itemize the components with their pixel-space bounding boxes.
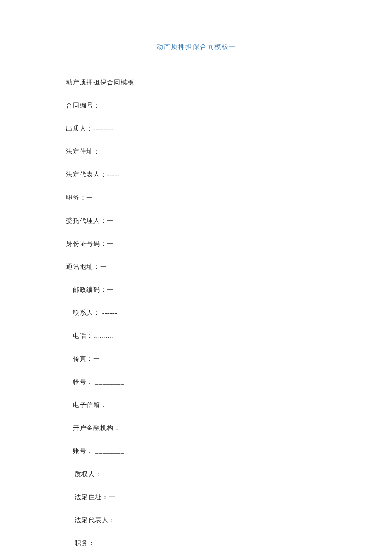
legal-representative2-field: 法定代表人：_ [66,515,326,525]
pledgee-field: 质权人： [66,469,326,479]
postal-code-field: 邮政编码：一 [66,285,326,295]
id-number-field: 身份证号码：一 [66,238,326,249]
document-page: 动产质押担保合同模板一 动产质押担保合同模板. 合同编号：一_ 出质人：----… [0,0,392,555]
account-field: 帐号： ________ [66,377,326,387]
legal-address2-field: 法定住址：一 [66,492,326,502]
account2-field: 账号： ________ [66,446,326,456]
contract-number-field: 合同编号：一_ [66,100,326,110]
position2-field: 职务： [66,538,326,548]
document-title: 动产质押担保合同模板一 [66,43,326,52]
agent-field: 委托代理人：一 [66,215,326,226]
subtitle-line: 动产质押担保合同模板. [66,77,326,87]
phone-field: 电话：.......... [66,331,326,341]
legal-address-field: 法定住址：一 [66,146,326,157]
mailing-address-field: 通讯地址：一 [66,262,326,272]
legal-representative-field: 法定代表人：----- [66,169,326,180]
position-field: 职务：一 [66,192,326,203]
fax-field: 传真：一 [66,354,326,364]
contact-person-field: 联系人： ------ [66,308,326,318]
pledgor-field: 出质人：-------- [66,123,326,134]
financial-institution-field: 开户金融机构： [66,423,326,433]
email-field: 电子信箱： [66,400,326,410]
